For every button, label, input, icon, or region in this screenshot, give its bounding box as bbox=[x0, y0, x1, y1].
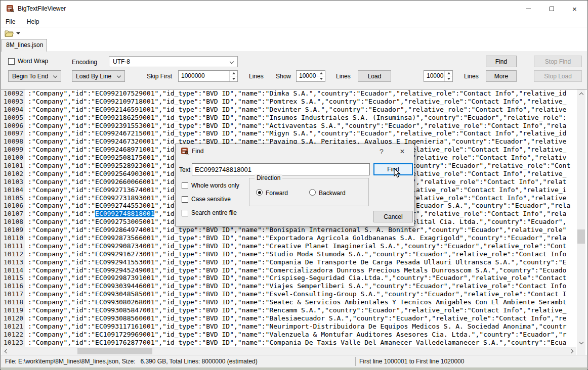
line-number: 10115 bbox=[1, 274, 25, 282]
menu-file[interactable]: File bbox=[1, 16, 20, 27]
scroll-up-button[interactable] bbox=[577, 89, 585, 98]
window-title: BigTextFileViewer bbox=[18, 1, 66, 16]
dialog-help-button[interactable]: ? bbox=[373, 144, 390, 159]
line-number: 10102 bbox=[1, 170, 25, 178]
scroll-left-button[interactable] bbox=[2, 347, 10, 355]
backward-radio[interactable] bbox=[309, 189, 316, 196]
load-button[interactable]: Load bbox=[358, 70, 391, 82]
find-text-input[interactable] bbox=[192, 163, 370, 175]
word-wrap-checkbox[interactable]: Word Wrap bbox=[8, 58, 48, 65]
editor-line[interactable]: 10110:"Company","id":"EC0992873566001","… bbox=[1, 234, 586, 242]
encoding-select[interactable]: UTF-8 bbox=[109, 56, 238, 67]
line-number: 10121 bbox=[1, 322, 25, 331]
line-number: 10114 bbox=[1, 266, 25, 274]
editor-line[interactable]: 10122:"Company","id":"EC1091729969001","… bbox=[1, 331, 586, 339]
open-dropdown-icon[interactable] bbox=[16, 32, 20, 34]
line-text: :"Company","id":"EC0992908734001","id_ty… bbox=[25, 242, 566, 250]
forward-radio[interactable] bbox=[256, 189, 263, 196]
scroll-right-button[interactable] bbox=[568, 347, 576, 355]
editor-line[interactable]: 10117:"Company","id":"EC0993048585001","… bbox=[1, 290, 586, 298]
range-mode-select[interactable]: Begin To End bbox=[8, 70, 61, 82]
chevron-right-icon bbox=[569, 349, 573, 353]
word-wrap-checkbox-box[interactable] bbox=[8, 58, 15, 65]
find-dialog-titlebar[interactable]: Find ? × bbox=[176, 144, 414, 159]
stepper-buttons[interactable] bbox=[317, 71, 325, 81]
tab-8m-lines[interactable]: 8M_lines.json bbox=[2, 39, 47, 52]
stepper-buttons[interactable] bbox=[229, 71, 237, 81]
maximize-button[interactable] bbox=[540, 1, 563, 16]
show-lines-stepper[interactable]: 10000 bbox=[296, 70, 325, 82]
stop-load-button[interactable]: Stop Load bbox=[534, 70, 582, 82]
editor-line[interactable]: 10113:"Company","id":"EC0992941553001","… bbox=[1, 258, 586, 266]
case-sensitive-label: Case sensitive bbox=[191, 196, 231, 203]
editor-line[interactable]: 10093:"Company","id":"EC0992109718001","… bbox=[1, 98, 586, 106]
line-number: 10112 bbox=[1, 250, 25, 258]
title-bar: BigTextFileViewer × bbox=[1, 1, 587, 16]
more-button[interactable]: More bbox=[486, 70, 517, 82]
menu-help[interactable]: Help bbox=[22, 16, 44, 27]
line-text: :"Company","id":"EC0993080268001","id_ty… bbox=[25, 298, 566, 306]
line-text: :"Company","id":"EC0992107529001","id_ty… bbox=[25, 89, 566, 98]
lines-label-2: Lines bbox=[336, 73, 351, 80]
open-file-button[interactable] bbox=[4, 28, 23, 38]
editor-line[interactable]: 10114:"Company","id":"EC0992945249001","… bbox=[1, 266, 586, 274]
line-text: :"Company","id":"EC0992467215001","id_ty… bbox=[25, 129, 566, 137]
line-number: 10103 bbox=[1, 178, 25, 186]
find-button[interactable]: Find bbox=[486, 56, 517, 67]
editor-line[interactable]: 10123:"Company","id":"EC1091762877001","… bbox=[1, 339, 586, 347]
line-number: 10092 bbox=[1, 89, 25, 98]
editor-line[interactable]: 10120:"Company","id":"EC0993088560001","… bbox=[1, 314, 586, 322]
editor-line[interactable]: 10111:"Company","id":"EC0992908734001","… bbox=[1, 242, 586, 250]
line-number: 10101 bbox=[1, 162, 25, 170]
whole-words-label: Whole words only bbox=[191, 182, 239, 189]
more-lines-stepper[interactable]: 10000 bbox=[424, 70, 453, 82]
search-entire-file-checkbox-box[interactable] bbox=[182, 210, 188, 216]
skip-first-stepper[interactable]: 1000000 bbox=[178, 70, 238, 82]
close-button[interactable]: × bbox=[563, 1, 586, 16]
dialog-cancel-button[interactable]: Cancel bbox=[373, 211, 413, 222]
status-line-range: First line 1000001 to First line 1020000 bbox=[359, 355, 464, 368]
word-wrap-label: Word Wrap bbox=[18, 58, 48, 65]
line-number: 10095 bbox=[1, 114, 25, 122]
find-dialog-icon bbox=[181, 147, 189, 155]
line-number: 10105 bbox=[1, 194, 25, 202]
editor-line[interactable]: 10097:"Company","id":"EC0992467215001","… bbox=[1, 129, 586, 137]
editor-line[interactable]: 10095:"Company","id":"EC0992186259001","… bbox=[1, 114, 586, 122]
vertical-scrollbar-thumb[interactable] bbox=[577, 229, 585, 244]
editor-line[interactable]: 10118:"Company","id":"EC0993080268001","… bbox=[1, 298, 586, 306]
line-number: 10097 bbox=[1, 129, 25, 137]
arrow-down-icon bbox=[320, 78, 323, 80]
whole-words-checkbox[interactable]: Whole words only bbox=[182, 182, 239, 189]
editor-line[interactable]: 10121:"Company","id":"EC0993117161001","… bbox=[1, 322, 586, 331]
editor-line[interactable]: 10094:"Company","id":"EC0992146591001","… bbox=[1, 106, 586, 114]
load-mode-select[interactable]: Load By Line bbox=[72, 70, 125, 82]
editor-line[interactable]: 10119:"Company","id":"EC0993085847001","… bbox=[1, 306, 586, 314]
stop-find-button[interactable]: Stop Find bbox=[534, 56, 582, 67]
more-lines-value: 10000 bbox=[427, 72, 443, 79]
editor-line[interactable]: 10116:"Company","id":"EC0993039446001","… bbox=[1, 282, 586, 290]
stepper-buttons[interactable] bbox=[444, 71, 452, 81]
open-folder-icon bbox=[5, 30, 14, 37]
window-bottom-edge bbox=[1, 367, 587, 370]
vertical-scrollbar[interactable] bbox=[577, 89, 585, 347]
line-number: 10120 bbox=[1, 314, 25, 322]
whole-words-checkbox-box[interactable] bbox=[182, 182, 188, 189]
editor-line[interactable]: 10092:"Company","id":"EC0992107529001","… bbox=[1, 89, 586, 98]
dialog-close-button[interactable]: × bbox=[394, 144, 411, 159]
case-sensitive-checkbox[interactable]: Case sensitive bbox=[182, 196, 231, 203]
chevron-down-icon bbox=[230, 60, 234, 64]
line-text: :"Company","id":"EC0992109718001","id_ty… bbox=[25, 98, 566, 106]
dialog-find-button[interactable]: Find bbox=[373, 163, 413, 175]
horizontal-scrollbar[interactable] bbox=[2, 347, 576, 355]
horizontal-scrollbar-thumb[interactable] bbox=[77, 348, 152, 354]
range-mode-value: Begin To End bbox=[12, 73, 51, 80]
scroll-down-button[interactable] bbox=[577, 339, 585, 347]
case-sensitive-checkbox-box[interactable] bbox=[182, 196, 188, 203]
search-entire-file-checkbox[interactable]: Search entire file bbox=[182, 209, 237, 216]
editor-line[interactable]: 10112:"Company","id":"EC0992916273001","… bbox=[1, 250, 586, 258]
show-label: Show bbox=[276, 73, 291, 80]
minimize-button[interactable] bbox=[517, 1, 539, 16]
editor-line[interactable]: 10096:"Company","id":"EC0992391553001","… bbox=[1, 122, 586, 130]
editor-line[interactable]: 10109:"Company","id":"EC0992864974001","… bbox=[1, 226, 586, 234]
editor-line[interactable]: 10115:"Company","id":"EC0992987391001","… bbox=[1, 274, 586, 282]
